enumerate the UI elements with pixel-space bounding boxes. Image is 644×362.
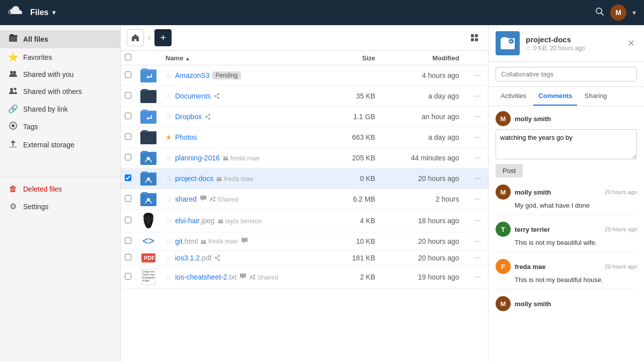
file-name[interactable]: planning-2016 [175, 154, 220, 162]
more-actions-button[interactable]: ··· [471, 173, 484, 184]
file-modified: 20 hours ago [381, 168, 467, 189]
top-bar: Files ▾ M ▾ [0, 0, 644, 25]
tab-comments[interactable]: Comments [533, 87, 577, 106]
star-icon[interactable]: ☆ [166, 237, 172, 245]
table-row[interactable]: ☆AmazonS3Pending4 hours ago··· [121, 65, 488, 86]
table-row[interactable]: ★Photos663 KBa day ago··· [121, 127, 488, 148]
row-checkbox[interactable] [125, 174, 131, 181]
row-checkbox[interactable] [125, 133, 131, 140]
comment-textarea[interactable]: watching the years go by [496, 129, 637, 159]
share-icon[interactable] [205, 114, 211, 120]
row-checkbox[interactable] [125, 254, 131, 260]
svg-rect-12 [471, 38, 474, 41]
svg-point-39 [201, 240, 203, 242]
file-icon: <> [135, 232, 162, 250]
sidebar-item-shared-with-you[interactable]: Shared with you [0, 66, 120, 83]
file-name[interactable]: Documents [175, 92, 211, 100]
row-checkbox[interactable] [125, 237, 131, 244]
more-actions-button[interactable]: ··· [471, 215, 484, 226]
star-icon[interactable]: ☆ [166, 71, 172, 79]
more-actions-button[interactable]: ··· [471, 236, 484, 246]
user-avatar[interactable]: M [610, 5, 626, 21]
panel-title-area: project-docs ☆ 0 KB, 20 hours ago [526, 35, 619, 52]
tab-activities[interactable]: Activities [496, 87, 531, 106]
select-all-checkbox[interactable] [125, 54, 131, 60]
svg-point-33 [213, 200, 215, 202]
file-name[interactable]: AmazonS3 [175, 71, 209, 79]
table-row[interactable]: ☆elvi-hair.jpeg layla benson 4 KB18 hour… [121, 210, 488, 232]
row-checkbox[interactable] [125, 71, 131, 78]
sidebar-item-shared-with-others[interactable]: Shared with others [0, 83, 120, 100]
file-name[interactable]: ios3.1.2.pdf [175, 254, 211, 262]
star-icon[interactable]: ☆ [166, 195, 172, 203]
file-name[interactable]: ios-cheatsheet-2.txt [175, 273, 236, 281]
sidebar-item-settings[interactable]: ⚙ Settings [0, 198, 120, 215]
file-name[interactable]: Photos [175, 133, 197, 141]
grid-view-button[interactable] [467, 30, 482, 45]
star-icon[interactable]: ☆ [166, 273, 172, 281]
add-button[interactable]: + [154, 29, 172, 46]
files-dropdown-icon[interactable]: ▾ [52, 9, 55, 16]
file-modified: 2 hours [381, 189, 467, 210]
more-actions-button[interactable]: ··· [471, 90, 484, 101]
star-icon[interactable]: ★ [166, 133, 172, 141]
more-actions-button[interactable]: ··· [471, 111, 484, 122]
search-icon[interactable] [595, 7, 604, 19]
sidebar-item-deleted[interactable]: 🗑 Deleted files [0, 180, 120, 198]
collab-tags-input[interactable] [496, 67, 637, 81]
star-icon[interactable]: ☆ [166, 154, 172, 162]
row-checkbox[interactable] [125, 195, 131, 202]
svg-line-1 [601, 13, 604, 15]
sidebar-item-tags[interactable]: Tags [0, 118, 120, 136]
shared-with-others-icon [8, 87, 18, 96]
row-checkbox[interactable] [125, 217, 131, 223]
file-modified: 20 hours ago [381, 232, 467, 250]
table-row[interactable]: ☆shared Shared 6.2 MB2 hours··· [121, 189, 488, 210]
file-name[interactable]: Dropbox [175, 113, 202, 121]
star-icon[interactable]: ☆ [166, 113, 172, 121]
post-button[interactable]: Post [496, 164, 523, 177]
more-actions-button[interactable]: ··· [471, 194, 484, 204]
file-name[interactable]: git.html [175, 237, 198, 245]
star-icon[interactable]: ☆ [166, 92, 172, 100]
file-icon [135, 189, 162, 210]
share-icon[interactable] [214, 93, 220, 99]
sidebar-item-external-storage[interactable]: External storage [0, 136, 120, 154]
svg-line-34 [213, 198, 213, 199]
panel-close-button[interactable]: ✕ [625, 36, 637, 51]
file-size: 6.2 MB [334, 189, 381, 210]
sidebar-item-all-files[interactable]: All files [0, 30, 120, 48]
file-name[interactable]: shared [175, 195, 197, 203]
app-name[interactable]: Files [30, 8, 48, 17]
table-row[interactable]: PDF☆ios3.1.2.pdf 181 KB20 hours ago··· [121, 250, 488, 266]
more-actions-button[interactable]: ··· [471, 272, 484, 282]
more-actions-button[interactable]: ··· [471, 152, 484, 163]
home-button[interactable] [127, 29, 144, 46]
table-row[interactable]: ☆project-docs freda mae 0 KB20 hours ago… [121, 168, 488, 189]
more-actions-button[interactable]: ··· [471, 70, 484, 80]
file-name[interactable]: project-docs [175, 174, 213, 183]
row-checkbox[interactable] [125, 113, 131, 119]
tab-sharing[interactable]: Sharing [579, 87, 612, 106]
star-icon[interactable]: ☆ [166, 254, 172, 262]
row-checkbox[interactable] [125, 92, 131, 99]
star-icon[interactable]: ☆ [166, 174, 172, 183]
sidebar-item-favorites[interactable]: ⭐ Favorites [0, 48, 120, 66]
table-row[interactable]: ☆planning-2016 freda mae 205 KB44 minute… [121, 148, 488, 168]
sidebar-item-shared-by-link[interactable]: 🔗 Shared by link [0, 100, 120, 118]
panel-subtitle: ☆ 0 KB, 20 hours ago [526, 45, 619, 52]
table-row[interactable]: ☆Documents 35 KBa day ago··· [121, 86, 488, 107]
avatar-dropdown-icon[interactable]: ▾ [632, 9, 636, 17]
table-row[interactable]: ☆Dropbox 1.1 GBan hour ago··· [121, 107, 488, 127]
share-icon[interactable] [214, 255, 220, 261]
svg-line-17 [216, 95, 217, 96]
more-actions-button[interactable]: ··· [471, 132, 484, 142]
more-actions-button[interactable]: ··· [471, 252, 484, 263]
table-row[interactable]: Craig's owThere mayPrerequisitA Mac:☆ios… [121, 266, 488, 289]
row-checkbox[interactable] [125, 273, 131, 280]
row-checkbox[interactable] [125, 154, 131, 160]
file-name[interactable]: elvi-hair.jpeg [175, 217, 215, 225]
table-row[interactable]: <>☆git.html freda mae 10 KB20 hours ago·… [121, 232, 488, 250]
svg-point-26 [226, 156, 228, 158]
star-icon[interactable]: ☆ [166, 217, 172, 225]
